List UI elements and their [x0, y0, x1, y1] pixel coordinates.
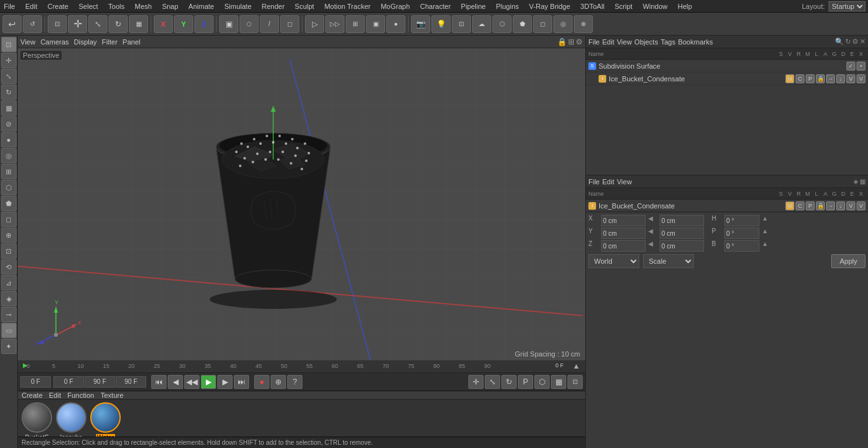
prev-frame-button[interactable]: ◀	[168, 375, 183, 389]
attr-tag-lock[interactable]: 🔒	[816, 201, 825, 210]
tool-knife[interactable]: ⊘	[1, 116, 17, 132]
obj-refresh-icon[interactable]: ↻	[845, 37, 851, 46]
material-bucket[interactable]: BucketS	[22, 402, 52, 441]
scale-select[interactable]: Scale Size	[643, 254, 694, 268]
vp-filter[interactable]: Filter	[102, 38, 117, 46]
vp-icon2[interactable]: ⊞	[568, 37, 574, 46]
menu-help[interactable]: Help	[677, 3, 694, 10]
menu-vray[interactable]: V-Ray Bridge	[528, 3, 572, 10]
menu-simulate[interactable]: Simulate	[223, 3, 253, 10]
menu-tools[interactable]: Tools	[107, 3, 126, 10]
nurbs-button[interactable]: ⬟	[513, 15, 532, 33]
tag-cam[interactable]: C	[796, 74, 804, 83]
tag-vray[interactable]: V	[846, 74, 855, 83]
menu-mesh[interactable]: Mesh	[133, 3, 153, 10]
layout-select[interactable]: Startup	[829, 1, 865, 11]
attr-tag-mat[interactable]: M	[785, 201, 794, 210]
param-key-button[interactable]: P	[518, 375, 533, 389]
mograph2-button[interactable]: ◻	[533, 15, 552, 33]
sky-button[interactable]: ☁	[472, 15, 491, 33]
camera-button[interactable]: 📷	[411, 15, 430, 33]
goto-end-button[interactable]: ⏭	[234, 375, 249, 389]
menu-snap[interactable]: Snap	[161, 3, 180, 10]
viewport-canvas[interactable]: Perspective	[18, 48, 585, 360]
attr-file[interactable]: File	[588, 178, 600, 186]
render-settings-button[interactable]: ●	[386, 15, 405, 33]
axis-z-button[interactable]: Z	[194, 15, 214, 33]
range-start-input[interactable]	[53, 376, 84, 388]
range-end2-input[interactable]	[116, 376, 146, 388]
move-key-button[interactable]: ✛	[468, 375, 484, 389]
tool-select[interactable]: ⊡	[1, 37, 17, 52]
record-button[interactable]: ●	[254, 375, 269, 389]
obj-settings-icon[interactable]: ⚙	[852, 37, 858, 46]
play-reverse-button[interactable]: ◀◀	[184, 375, 200, 389]
tool-snapping[interactable]: ◈	[1, 291, 17, 306]
timeline-ruler[interactable]: ▶ 0 5 10 15 20 25 30 35 40 45 50 55 60 6…	[18, 360, 585, 373]
coord-h-input[interactable]	[724, 215, 759, 226]
coord-z-input[interactable]	[601, 240, 646, 252]
deformer-button[interactable]: ◎	[553, 15, 573, 33]
coord-x2-input[interactable]	[660, 215, 704, 226]
vp-icon1[interactable]: 🔒	[557, 37, 567, 46]
tool-mirror[interactable]: ⊞	[1, 164, 17, 179]
obj-bookmarks[interactable]: Bookmarks	[678, 38, 713, 46]
obj-close-icon[interactable]: ✕	[860, 37, 865, 46]
coord-z2-input[interactable]	[660, 240, 704, 252]
menu-animate[interactable]: Animate	[187, 3, 215, 10]
coord-x-input[interactable]	[601, 215, 646, 226]
tool-extrude[interactable]: ⬟	[1, 196, 17, 211]
menu-create[interactable]: Create	[46, 3, 70, 10]
tool-sculpt[interactable]: ⟲	[1, 259, 17, 275]
obj-edit[interactable]: Edit	[602, 38, 614, 46]
light-button[interactable]: 💡	[431, 15, 451, 33]
tag-dot[interactable]: •	[857, 62, 865, 71]
vp-display[interactable]: Display	[74, 38, 97, 46]
axis-y-button[interactable]: Y	[174, 15, 193, 33]
tool-weld[interactable]: ⊕	[1, 227, 17, 243]
point-key-button[interactable]: ⬡	[534, 375, 550, 389]
vp-panel[interactable]: Panel	[123, 38, 140, 46]
tool-rotate[interactable]: ↻	[1, 85, 17, 100]
goto-start-button[interactable]: ⏮	[151, 375, 166, 389]
timeline-mode-button[interactable]: ▦	[551, 375, 566, 389]
tool-lasso[interactable]: ✦	[1, 339, 17, 354]
tool-bevel[interactable]: ◻	[1, 212, 17, 227]
attr-icon1[interactable]: ◈	[853, 178, 858, 185]
tool-rect[interactable]: ▭	[1, 323, 17, 338]
move-button[interactable]: ✛	[68, 15, 87, 33]
attr-tag-v[interactable]: V	[846, 201, 855, 210]
attr-selected-row[interactable]: I Ice_Bucket_Condensate M C P 🔒 → ↓ V V	[586, 200, 868, 212]
material-water[interactable]: Water	[90, 402, 121, 441]
tag-vray2[interactable]: V	[857, 74, 865, 83]
attr-view[interactable]: View	[617, 178, 632, 186]
point-mode-button[interactable]: ⬡	[240, 15, 259, 33]
axis-x-button[interactable]: X	[154, 15, 173, 33]
menu-3dtoall[interactable]: 3DToAll	[579, 3, 606, 10]
tag-mat[interactable]: M	[785, 74, 794, 83]
tool-magnet[interactable]: ◎	[1, 148, 17, 163]
scale-key-button[interactable]: ⤡	[485, 375, 500, 389]
tool-move[interactable]: ✛	[1, 53, 17, 68]
menu-window[interactable]: Window	[641, 3, 668, 10]
rotate-button[interactable]: ↻	[109, 15, 128, 33]
rotate-key-button[interactable]: ↻	[501, 375, 517, 389]
obj-file[interactable]: File	[588, 38, 600, 46]
tool-paint[interactable]: ⊿	[1, 275, 17, 290]
attr-icon2[interactable]: ▦	[860, 178, 865, 185]
mat-texture[interactable]: Texture	[100, 391, 123, 399]
render-button[interactable]: ▷	[305, 15, 324, 33]
attr-tag-arr2[interactable]: ↓	[836, 201, 845, 210]
tag-phong[interactable]: P	[806, 74, 815, 83]
obj-view[interactable]: View	[617, 38, 632, 46]
menu-select[interactable]: Select	[78, 3, 100, 10]
attr-tag-cam[interactable]: C	[796, 201, 804, 210]
tool-loop[interactable]: ⬡	[1, 180, 17, 195]
mat-create[interactable]: Create	[22, 391, 43, 399]
attr-tag-phong[interactable]: P	[806, 201, 815, 210]
auto-key-button[interactable]: ⊕	[271, 375, 286, 389]
floor-button[interactable]: ⊡	[452, 15, 471, 33]
next-frame-button[interactable]: ▶	[217, 375, 233, 389]
poly-mode-button[interactable]: ◻	[280, 15, 299, 33]
render-to-picture-button[interactable]: ⊞	[346, 15, 365, 33]
